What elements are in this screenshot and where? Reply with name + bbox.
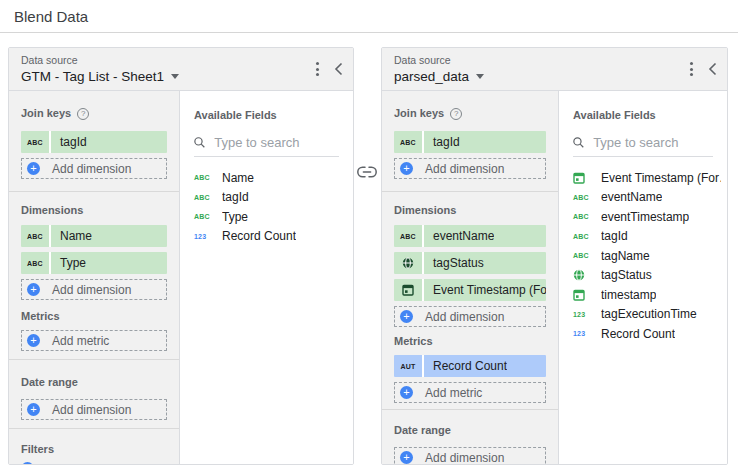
plus-icon: + [27,162,40,175]
field-chip[interactable]: ABCtagId [394,131,546,153]
join-link-icon [355,164,379,180]
field-chip[interactable]: AUTRecord Count [394,355,546,377]
available-field-label: tagId [222,190,249,204]
available-fields-panel: Available Fields ABCNameABCtagIdABCType1… [179,91,353,464]
type-ABC-icon: ABC [194,213,222,220]
add-date-range-dimension-button[interactable]: + Add dimension [21,399,167,420]
field-chip[interactable]: Event Timestamp (For… [394,279,546,301]
available-field-label: tagId [601,229,628,243]
data-source-card-2: Data source parsed_data Join keys ? [381,47,728,465]
plus-icon: + [27,403,40,416]
plus-icon: + [21,462,34,464]
available-field[interactable]: ABCType [194,207,347,227]
available-field-label: tagExecutionTime [601,307,697,321]
available-field[interactable]: ABCtagName [573,246,721,266]
type-123-icon: 123 [194,233,222,240]
calendar-icon [573,289,601,301]
field-search [194,135,339,157]
data-source-label: Data source [394,54,717,66]
data-source-label: Data source [21,54,343,66]
available-field[interactable]: 123tagExecutionTime [573,305,721,325]
blend-config-column: Join keys ? ABCtagId + Add dimension Dim… [382,91,558,464]
field-search-input[interactable] [214,135,339,150]
calendar-icon [573,172,601,184]
available-field[interactable]: ABCeventTimestamp [573,207,721,227]
type-ABC-icon: ABC [573,252,601,259]
type-ABC-icon: ABC [194,174,222,181]
dimensions-label: Dimensions [21,204,167,217]
chevron-left-icon [708,62,717,76]
help-icon[interactable]: ? [450,108,462,120]
search-icon [573,136,584,149]
available-field-label: Type [222,210,248,224]
available-field[interactable]: Event Timestamp (For… [573,168,721,188]
available-field-label: timestamp [601,288,656,302]
available-field-label: Event Timestamp (For… [601,171,721,185]
type-ABC-icon: ABC [21,252,51,274]
calendar-icon [394,279,424,301]
available-field-label: Record Count [222,229,296,243]
plus-icon: + [400,386,413,399]
help-icon[interactable]: ? [77,108,89,120]
date-range-label: Date range [21,376,167,389]
field-search [573,135,713,157]
type-AUT-icon: AUT [394,355,424,377]
field-chip[interactable]: ABCName [21,225,167,247]
available-field[interactable]: ABCtagId [573,227,721,247]
available-field[interactable]: ABCName [194,168,347,188]
page-title: Blend Data [14,8,88,25]
add-join-key-button[interactable]: + Add dimension [21,158,167,179]
type-ABC-icon: ABC [194,194,222,201]
type-ABC-icon: ABC [21,131,51,153]
chevron-down-icon [476,74,484,79]
globe-icon [573,269,601,281]
type-ABC-icon: ABC [394,131,424,153]
collapse-panel-button[interactable] [708,62,717,76]
available-field-label: tagName [601,249,650,263]
more-options-button[interactable] [313,61,322,77]
add-metric-button[interactable]: + Add metric [394,382,546,403]
globe-icon [394,252,424,274]
data-source-selector[interactable]: GTM - Tag List - Sheet1 [21,69,343,84]
field-chip[interactable]: ABCType [21,252,167,274]
add-metric-button[interactable]: + Add metric [21,330,167,351]
field-chip[interactable]: tagStatus [394,252,546,274]
more-options-button[interactable] [687,61,696,77]
field-search-input[interactable] [593,135,713,150]
data-source-selector[interactable]: parsed_data [394,69,717,84]
data-source-name: parsed_data [394,69,469,84]
add-dimension-button[interactable]: + Add dimension [21,279,167,300]
field-chip-label: Name [51,229,92,243]
plus-icon: + [27,283,40,296]
field-chip-label: tagId [424,135,460,149]
card-header: Data source GTM - Tag List - Sheet1 [9,48,353,91]
add-date-range-dimension-button[interactable]: + Add dimension [394,447,546,464]
available-field-label: eventName [601,190,662,204]
available-field[interactable]: 123Record Count [573,324,721,344]
type-ABC-icon: ABC [573,194,601,201]
card-header: Data source parsed_data [382,48,727,91]
collapse-panel-button[interactable] [334,62,343,76]
type-123-icon: 123 [573,330,601,337]
filters-label: Filters [21,443,167,456]
data-source-card-1: Data source GTM - Tag List - Sheet1 Join… [8,47,354,465]
available-field[interactable]: 123Record Count [194,227,347,247]
type-ABC-icon: ABC [573,233,601,240]
dimensions-label: Dimensions [394,204,546,217]
field-chip[interactable]: ABCeventName [394,225,546,247]
add-join-key-button[interactable]: + Add dimension [394,158,546,179]
available-field[interactable]: tagStatus [573,266,721,286]
blend-config-column: Join keys ? ABCtagId + Add dimension Dim… [9,91,179,464]
search-icon [194,136,205,149]
type-ABC-icon: ABC [21,225,51,247]
add-dimension-button[interactable]: + Add dimension [394,306,546,327]
field-chip-label: eventName [424,229,494,243]
field-chip[interactable]: ABCtagId [21,131,167,153]
available-field[interactable]: ABCtagId [194,188,347,208]
chevron-down-icon [171,74,179,79]
available-field[interactable]: ABCeventName [573,188,721,208]
available-fields-title: Available Fields [194,109,347,122]
add-filter-button[interactable]: + ADD A FILTER [21,462,167,464]
available-field[interactable]: timestamp [573,285,721,305]
plus-icon: + [400,162,413,175]
